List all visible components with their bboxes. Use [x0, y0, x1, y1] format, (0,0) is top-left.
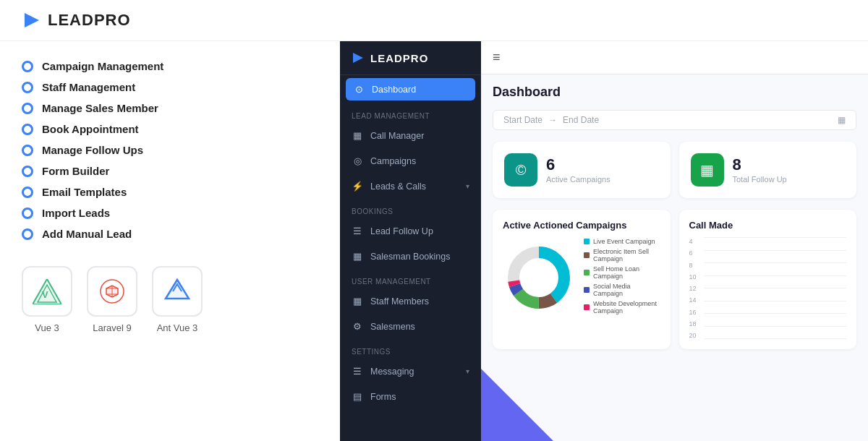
sidebar-item-staff-members[interactable]: ▦ Staff Members — [340, 288, 481, 314]
antvu-logo-icon — [163, 277, 192, 306]
donut-legend: Live Event Campaign Electronic Item Sell… — [584, 238, 660, 317]
sidebar-item-label: Dashboard — [372, 85, 468, 95]
messaging-icon: ☰ — [352, 366, 363, 377]
sidebar-item-label: Call Manager — [370, 131, 469, 141]
stat-label: Total Follow Up — [733, 175, 787, 184]
sidebar-item-call-manager[interactable]: ▦ Call Manager — [340, 123, 481, 148]
legend-label: Live Event Campaign — [593, 238, 655, 245]
calendar-icon[interactable]: ▦ — [838, 115, 846, 125]
sidebar-item-label: Staff Members — [370, 296, 469, 307]
sidebar-item-salesmens[interactable]: ⚙ Salesmens — [340, 314, 481, 339]
home-icon: ⊙ — [353, 84, 365, 95]
legend-item: Sell Home Loan Campaign — [584, 265, 660, 280]
feature-dot — [22, 103, 33, 114]
grid-line — [704, 262, 847, 263]
right-panel: LEADPRO ⊙ Dashboard Lead Management ▦ Ca… — [340, 41, 868, 441]
donut-container: Live Event Campaign Electronic Item Sell… — [503, 238, 660, 317]
sidebar-item-label: Campaigns — [370, 156, 469, 166]
stat-info: 8 Total Follow Up — [733, 157, 787, 184]
sidebar: LEADPRO ⊙ Dashboard Lead Management ▦ Ca… — [340, 41, 481, 441]
sidebar-item-salesman-bookings[interactable]: ▦ Salesman Bookings — [340, 244, 481, 269]
list-item: Book Appointment — [22, 119, 318, 140]
laravel-badge: Laravel 9 — [87, 266, 137, 333]
sidebar-item-dashboard[interactable]: ⊙ Dashboard — [346, 78, 475, 100]
sidebar-item-leads-calls[interactable]: ⚡ Leads & Calls ▾ — [340, 174, 481, 199]
sidebar-item-lead-followup[interactable]: ☰ Lead Follow Up — [340, 218, 481, 244]
feature-dot — [22, 207, 33, 219]
call-manager-icon: ▦ — [352, 130, 363, 141]
laravel-box — [87, 266, 137, 317]
start-date-label: Start Date — [503, 115, 542, 125]
stat-number: 6 — [546, 157, 610, 173]
salesman-icon: ⚙ — [352, 321, 363, 332]
grid-line — [704, 250, 847, 251]
forms-icon: ▤ — [352, 391, 363, 402]
header: LEADPRO — [0, 0, 868, 41]
grid-line — [704, 338, 847, 339]
date-filter[interactable]: Start Date → End Date ▦ — [493, 110, 856, 130]
y-label: 10 — [689, 273, 697, 281]
sidebar-item-messaging[interactable]: ☰ Messaging ▾ — [340, 359, 481, 384]
grid-line — [704, 237, 847, 238]
staff-icon: ▦ — [352, 296, 363, 307]
leads-icon: ⚡ — [352, 181, 363, 192]
bar-y-labels: 20 18 16 14 12 10 8 6 4 — [689, 238, 699, 339]
vue-label: Vue 3 — [35, 322, 59, 333]
chevron-down-icon: ▾ — [466, 367, 469, 375]
legend-label: Social Media Campaign — [593, 283, 660, 297]
sidebar-item-forms[interactable]: ▤ Forms — [340, 384, 481, 409]
list-item: Import Leads — [22, 202, 318, 223]
legend-item: Electronic Item Sell Campaign — [584, 248, 660, 262]
grid-line — [704, 313, 847, 314]
sidebar-item-label: Salesmens — [370, 322, 469, 332]
y-label: 8 — [689, 262, 697, 269]
list-item: Form Builder — [22, 160, 318, 181]
sidebar-item-label: Salesman Bookings — [370, 252, 469, 262]
topbar: ≡ — [481, 41, 868, 74]
antvu-badge: Ant Vue 3 — [152, 266, 203, 333]
legend-label: Website Development Campaign — [593, 300, 660, 314]
bar-chart-card: Call Made 20 18 16 14 12 10 8 6 4 — [679, 210, 857, 349]
sidebar-item-label: Messaging — [370, 367, 459, 377]
chart-title: Active Actioned Campaigns — [503, 220, 660, 231]
stat-cards: © 6 Active Campaigns ▦ 8 Total Follow Up — [481, 136, 868, 204]
logo-icon — [22, 10, 42, 30]
legend-color-dot — [584, 239, 590, 244]
y-label: 4 — [689, 238, 697, 245]
list-item: Campaign Management — [22, 56, 318, 77]
purple-triangle-decoration — [481, 369, 553, 441]
vue-badge: V Vue 3 — [22, 266, 72, 333]
donut-chart — [503, 241, 575, 314]
stat-card-followup: ▦ 8 Total Follow Up — [679, 142, 857, 198]
legend-label: Sell Home Loan Campaign — [593, 265, 660, 280]
sidebar-item-campaigns[interactable]: ◎ Campaigns — [340, 148, 481, 174]
end-date-label: End Date — [563, 115, 599, 125]
laravel-label: Laravel 9 — [93, 322, 131, 333]
donut-chart-card: Active Actioned Campaigns — [493, 210, 671, 349]
antvu-box — [152, 266, 203, 317]
y-label: 6 — [689, 249, 697, 257]
feature-dot — [22, 187, 33, 198]
feature-dot — [22, 166, 33, 177]
feature-dot — [22, 145, 33, 156]
stat-number: 8 — [733, 157, 787, 173]
list-item: Email Templates — [22, 181, 318, 202]
sidebar-section-settings: Settings — [340, 339, 481, 359]
sidebar-section-user-mgmt: User Management — [340, 269, 481, 288]
logo-text: LEADPRO — [48, 11, 131, 30]
tech-badges: V Vue 3 Laravel 9 — [22, 266, 318, 333]
stat-card-campaigns: © 6 Active Campaigns — [493, 142, 671, 198]
svg-text:V: V — [42, 289, 48, 300]
page-title: Dashboard — [481, 74, 868, 104]
y-label: 14 — [689, 296, 697, 304]
main-content: Campaign Management Staff Management Man… — [0, 41, 868, 441]
followup-stat-icon: ▦ — [691, 153, 724, 187]
hamburger-icon[interactable]: ≡ — [493, 50, 501, 65]
grid-line — [704, 326, 847, 327]
grid-line — [704, 275, 847, 276]
campaigns-icon: ◎ — [352, 155, 363, 166]
svg-point-15 — [522, 260, 556, 295]
bar-chart-area: 20 18 16 14 12 10 8 6 4 — [689, 238, 847, 339]
legend-color-dot — [584, 287, 590, 293]
date-arrow-icon: → — [548, 115, 557, 125]
